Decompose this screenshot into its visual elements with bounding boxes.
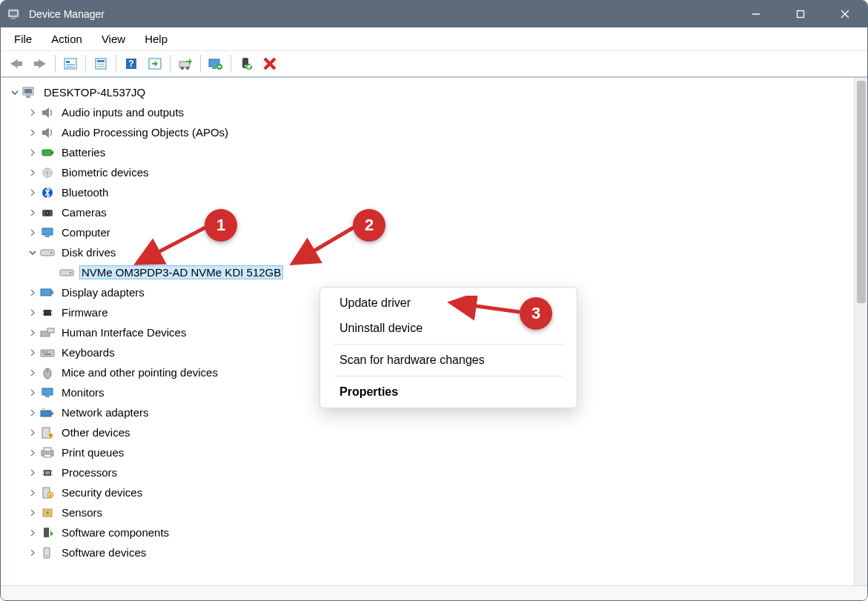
svg-rect-1	[10, 11, 17, 16]
collapse-icon[interactable]	[8, 86, 21, 99]
tree-item-bluetooth[interactable]: Bluetooth	[4, 182, 854, 202]
disable-device-button[interactable]	[259, 53, 281, 74]
vertical-scrollbar[interactable]	[854, 78, 867, 585]
display-adapter-icon	[39, 285, 56, 300]
svg-rect-37	[26, 96, 30, 98]
menu-help[interactable]: Help	[136, 30, 176, 48]
maximize-button[interactable]	[778, 1, 823, 27]
disk-drive-icon	[39, 245, 56, 260]
titlebar: Device Manager	[1, 1, 867, 27]
svg-rect-49	[42, 228, 53, 235]
expand-icon[interactable]	[26, 346, 39, 359]
window-title: Device Manager	[29, 8, 105, 20]
help-button[interactable]: ?	[120, 53, 142, 74]
svg-point-54	[70, 271, 71, 273]
svg-marker-20	[152, 61, 158, 67]
svg-rect-90	[50, 494, 51, 497]
nav-back-button[interactable]	[5, 53, 27, 74]
svg-rect-65	[42, 351, 44, 353]
svg-rect-64	[41, 350, 54, 356]
expand-icon[interactable]	[26, 366, 39, 379]
expand-icon[interactable]	[26, 426, 39, 439]
svg-rect-21	[179, 62, 190, 67]
tree-item-sensors[interactable]: Sensors	[4, 502, 854, 522]
tree-item-software-devices[interactable]: Software devices	[4, 542, 854, 562]
properties-button[interactable]	[90, 53, 112, 74]
expand-icon[interactable]	[26, 286, 39, 299]
scan-hardware-button[interactable]	[144, 53, 166, 74]
minimize-button[interactable]	[734, 1, 778, 27]
expand-icon[interactable]	[26, 406, 39, 419]
ctx-properties[interactable]: Properties	[320, 379, 577, 405]
menu-action[interactable]: Action	[42, 30, 91, 48]
expand-icon[interactable]	[26, 146, 39, 159]
enable-device-button[interactable]	[235, 53, 257, 74]
tree-item-disk-drives[interactable]: Disk drives	[4, 242, 854, 262]
tree-item-label: Other devices	[60, 426, 132, 439]
expand-icon[interactable]	[26, 486, 39, 499]
svg-rect-74	[51, 412, 53, 415]
device-manager-window: Device Manager File Action View Help	[0, 0, 868, 601]
tree-item-biometric[interactable]: Biometric devices	[4, 162, 854, 182]
expand-icon[interactable]	[26, 466, 39, 479]
nav-forward-button[interactable]	[29, 53, 51, 74]
tree-item-label: Software devices	[60, 546, 148, 559]
update-driver-button[interactable]	[174, 53, 196, 74]
security-icon	[39, 485, 56, 500]
tree-root[interactable]: DESKTOP-4L537JQ	[4, 82, 854, 102]
expand-icon[interactable]	[26, 326, 39, 339]
expand-icon[interactable]	[26, 386, 39, 399]
show-hidden-button[interactable]	[59, 53, 82, 74]
tree-item-cameras[interactable]: Cameras	[4, 202, 854, 222]
tree-item-other-devices[interactable]: ? Other devices	[4, 422, 854, 442]
software-device-icon	[39, 545, 56, 560]
menu-view[interactable]: View	[93, 30, 134, 48]
expand-icon[interactable]	[26, 306, 39, 319]
sensor-icon	[39, 505, 56, 520]
tree-item-label: Computer	[60, 226, 112, 239]
collapse-icon[interactable]	[26, 246, 39, 259]
expand-icon[interactable]	[26, 506, 39, 519]
svg-text:?: ?	[49, 434, 52, 439]
tree-item-print-queues[interactable]: Print queues	[4, 442, 854, 462]
tree-item-label: Cameras	[60, 206, 108, 219]
close-button[interactable]	[823, 1, 867, 27]
expand-icon[interactable]	[26, 106, 39, 119]
keyboard-icon	[39, 345, 56, 360]
tree-item-computer[interactable]: Computer	[4, 222, 854, 242]
scrollbar-thumb[interactable]	[857, 81, 866, 303]
expand-icon[interactable]	[26, 186, 39, 199]
expand-icon[interactable]	[26, 166, 39, 179]
unknown-device-icon: ?	[39, 425, 56, 440]
svg-rect-10	[66, 61, 70, 63]
svg-marker-8	[34, 59, 46, 68]
tree-item-apo[interactable]: Audio Processing Objects (APOs)	[4, 122, 854, 142]
svg-rect-51	[41, 250, 54, 256]
ctx-scan-hardware[interactable]: Scan for hardware changes	[320, 348, 577, 373]
tree-item-processors[interactable]: Processors	[4, 462, 854, 482]
tree-item-software-components[interactable]: Software components	[4, 522, 854, 542]
toolbar-separator	[231, 55, 231, 73]
expand-icon[interactable]	[26, 526, 39, 539]
expand-icon[interactable]	[26, 226, 39, 239]
svg-rect-50	[45, 236, 50, 237]
svg-point-23	[186, 67, 189, 70]
expand-icon[interactable]	[26, 126, 39, 139]
toolbar-separator	[55, 55, 56, 73]
svg-rect-93	[44, 528, 49, 537]
svg-rect-36	[24, 89, 32, 93]
tree-item-security[interactable]: Security devices	[4, 482, 854, 502]
uninstall-device-button[interactable]	[205, 53, 227, 74]
expand-icon[interactable]	[26, 206, 39, 219]
tree-item-audio-io[interactable]: Audio inputs and outputs	[4, 102, 854, 122]
expand-icon[interactable]	[26, 546, 39, 560]
tree-item-label: Human Interface Devices	[60, 326, 188, 339]
svg-rect-28	[218, 66, 221, 67]
svg-point-22	[181, 67, 184, 70]
expand-icon[interactable]	[26, 446, 39, 459]
tree-item-batteries[interactable]: Batteries	[4, 142, 854, 162]
menu-file[interactable]: File	[5, 30, 41, 48]
tree-item-nvme-disk[interactable]: NVMe OM3PDP3-AD NVMe KDI 512GB	[4, 262, 854, 282]
annotation-badge-1: 1	[205, 209, 237, 242]
battery-icon	[39, 145, 56, 160]
